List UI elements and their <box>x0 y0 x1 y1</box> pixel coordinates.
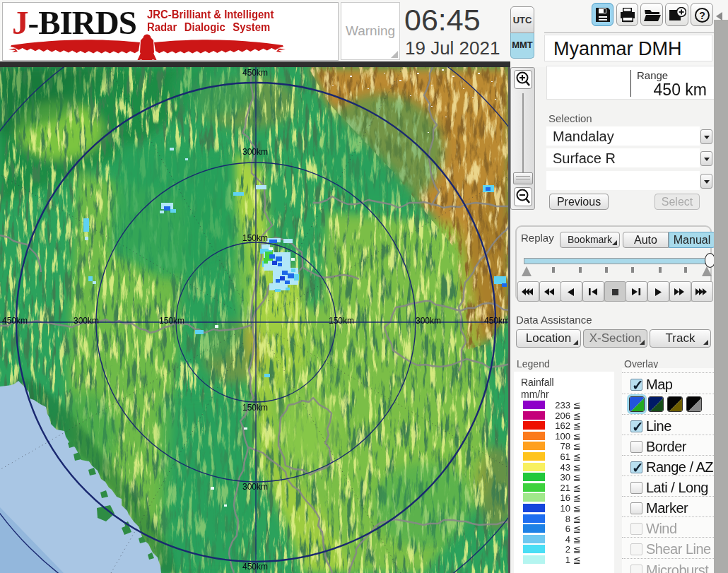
svg-text:150km: 150km <box>242 403 268 413</box>
svg-text:150km: 150km <box>242 233 268 243</box>
svg-text:300km: 300km <box>242 482 268 492</box>
svg-text:300km: 300km <box>416 316 441 326</box>
svg-text:450km: 450km <box>484 316 510 326</box>
svg-text:300km: 300km <box>74 316 99 326</box>
svg-text:450km: 450km <box>242 562 268 572</box>
svg-text:300km: 300km <box>242 147 268 157</box>
svg-text:450km: 450km <box>2 316 28 326</box>
svg-text:450km: 450km <box>242 68 268 78</box>
svg-text:?: ? <box>699 10 705 21</box>
svg-text:150km: 150km <box>159 316 184 326</box>
svg-text:150km: 150km <box>329 316 354 326</box>
